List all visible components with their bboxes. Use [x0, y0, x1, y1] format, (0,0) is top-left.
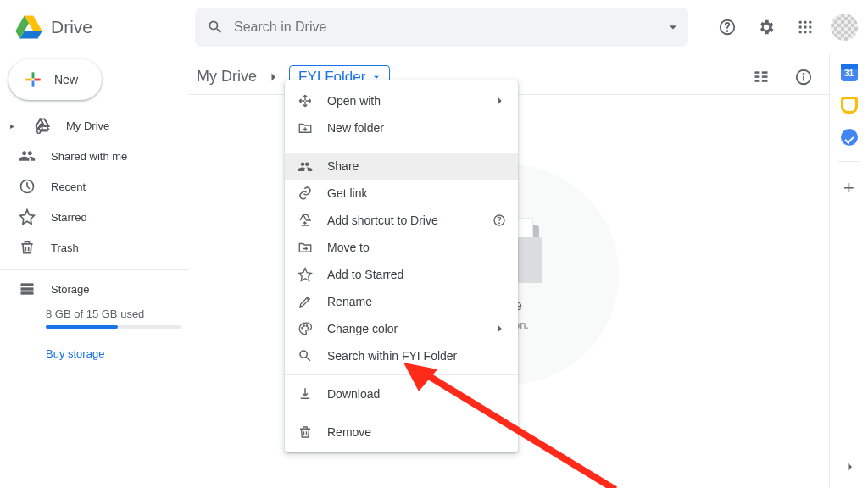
storage-progress [46, 325, 181, 329]
menu-change-color[interactable]: Change color [285, 315, 518, 342]
star-icon [297, 267, 314, 282]
list-view-icon [753, 69, 770, 86]
search-bar[interactable] [195, 8, 688, 47]
sidebar-item-starred[interactable]: Starred [0, 202, 188, 232]
menu-label: Get link [327, 186, 367, 200]
storage-section: Storage 8 GB of 15 GB used Buy storage [0, 277, 188, 360]
menu-label: Change color [327, 322, 398, 336]
sidebar-item-trash[interactable]: Trash [0, 232, 188, 263]
menu-open-with[interactable]: Open with [285, 87, 518, 114]
svg-rect-21 [755, 80, 760, 82]
svg-point-32 [303, 325, 305, 327]
sidebar-item-label: My Drive [66, 119, 109, 132]
help-icon [718, 18, 737, 36]
new-button[interactable]: New [8, 59, 102, 100]
svg-point-3 [804, 21, 806, 24]
storage-progress-fill [46, 325, 118, 329]
svg-marker-28 [303, 214, 310, 220]
details-button[interactable] [787, 60, 821, 94]
menu-download[interactable]: Download [285, 380, 518, 408]
sidebar-item-label: Starred [51, 211, 87, 224]
svg-point-33 [306, 325, 308, 327]
gear-icon [757, 18, 776, 36]
trash-icon [19, 239, 36, 256]
menu-rename[interactable]: Rename [285, 288, 518, 315]
toolbar-right [744, 60, 821, 94]
buy-storage-link[interactable]: Buy storage [46, 347, 104, 360]
help-icon[interactable] [492, 214, 506, 227]
svg-rect-16 [21, 283, 34, 286]
svg-point-9 [804, 30, 806, 33]
account-avatar[interactable] [831, 14, 858, 41]
new-button-label: New [54, 73, 78, 86]
collapse-sidepanel-button[interactable] [842, 459, 857, 474]
menu-label: Add to Starred [327, 268, 403, 281]
svg-rect-20 [755, 75, 760, 78]
menu-add-starred[interactable]: Add to Starred [285, 261, 518, 288]
info-icon [794, 68, 813, 86]
svg-rect-23 [762, 75, 768, 78]
menu-share[interactable]: Share [285, 152, 518, 180]
apps-button[interactable] [788, 10, 822, 44]
menu-search-within[interactable]: Search within FYI Folder [285, 342, 518, 369]
drive-logo-icon [14, 12, 44, 42]
search-input[interactable] [224, 19, 665, 35]
menu-label: Add shortcut to Drive [327, 214, 438, 227]
download-icon [297, 386, 314, 402]
tasks-addon[interactable] [841, 129, 858, 146]
mydrive-icon [34, 117, 51, 134]
chevron-right-icon [265, 69, 281, 85]
sidebar-item-label: Shared with me [51, 150, 127, 163]
star-icon [19, 208, 36, 225]
svg-rect-22 [762, 71, 768, 74]
sidebar-item-recent[interactable]: Recent [0, 171, 188, 202]
header: Drive [0, 0, 868, 54]
menu-add-shortcut[interactable]: Add shortcut to Drive [285, 207, 518, 234]
search-icon [207, 19, 224, 36]
help-button[interactable] [710, 10, 744, 44]
menu-new-folder[interactable]: New folder [285, 114, 518, 141]
menu-label: Download [327, 387, 380, 401]
expand-icon[interactable]: ▸ [10, 121, 19, 130]
move-icon [297, 240, 314, 255]
search-icon [297, 348, 314, 363]
svg-point-30 [499, 223, 500, 224]
settings-button[interactable] [749, 10, 783, 44]
logo[interactable]: Drive [14, 12, 188, 42]
menu-divider [285, 374, 518, 375]
get-addons-button[interactable]: + [843, 177, 854, 199]
breadcrumb-root[interactable]: My Drive [197, 68, 257, 86]
search-dropdown-icon[interactable] [665, 19, 682, 36]
shared-icon [19, 147, 36, 164]
menu-move-to[interactable]: Move to [285, 234, 518, 261]
sidebar-item-shared[interactable]: Shared with me [0, 141, 188, 171]
sidebar-item-mydrive[interactable]: ▸ My Drive [0, 110, 188, 141]
svg-point-6 [804, 25, 806, 28]
svg-rect-19 [755, 71, 760, 74]
menu-label: Share [327, 159, 359, 173]
view-toggle-button[interactable] [744, 60, 778, 94]
storage-usage-text: 8 GB of 15 GB used [46, 308, 168, 320]
open-with-icon [297, 93, 314, 108]
menu-remove[interactable]: Remove [285, 419, 518, 446]
link-icon [297, 186, 314, 201]
sidebar-item-storage[interactable]: Storage [19, 280, 168, 297]
menu-label: Remove [327, 425, 371, 439]
svg-rect-24 [762, 80, 768, 82]
menu-label: Open with [327, 94, 381, 108]
menu-get-link[interactable]: Get link [285, 180, 518, 207]
menu-label: Rename [327, 295, 372, 308]
svg-point-5 [799, 25, 802, 28]
submenu-arrow-icon [492, 94, 506, 108]
calendar-addon[interactable]: 31 [841, 64, 858, 81]
storage-icon [19, 280, 36, 297]
keep-addon[interactable] [841, 97, 858, 114]
plus-icon [22, 69, 44, 91]
svg-rect-18 [21, 291, 34, 294]
trash-icon [297, 424, 314, 440]
rename-icon [297, 294, 314, 309]
svg-point-7 [809, 25, 811, 28]
calendar-day: 31 [844, 69, 854, 78]
chevron-right-icon [842, 459, 857, 474]
side-panel: 31 + [829, 54, 868, 488]
